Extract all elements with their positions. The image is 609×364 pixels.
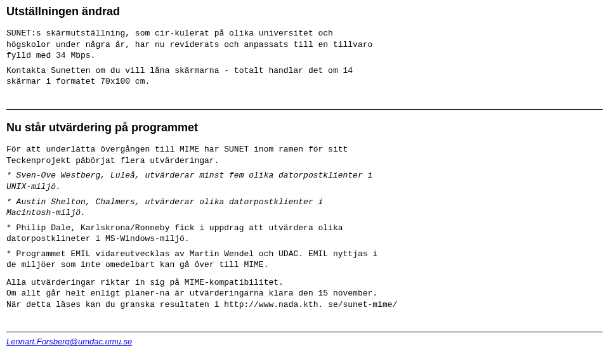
paragraph: För att underlätta övergången till MIME … [6, 144, 603, 166]
paragraph: Alla utvärderingar riktar in sig på MIME… [6, 277, 603, 311]
list-item: * Programmet EMIL vidareutvecklas av Mar… [6, 249, 603, 271]
section-evaluation: Nu står utvärdering på programmet För at… [6, 120, 603, 310]
list-item: * Sven-Ove Westberg, Luleå, utvärderar m… [6, 170, 603, 192]
page: Utställningen ändrad SUNET:s skärmutstäl… [0, 0, 609, 354]
footer-divider [6, 332, 603, 332]
list-item: * Philip Dale, Karlskrona/Ronneby fick i… [6, 223, 603, 245]
paragraph: Kontakta Sunetten om du vill låna skärma… [6, 65, 603, 88]
list-item: * Austin Shelton, Chalmers, utvärderar o… [6, 197, 603, 219]
heading-exhibition: Utställningen ändrad [6, 4, 603, 19]
section-exhibition: Utställningen ändrad SUNET:s skärmutstäl… [6, 4, 603, 88]
footer-email-link[interactable]: Lennart.Forsberg@umdac.umu.se [6, 337, 132, 346]
paragraph: SUNET:s skärmutställning, som cir-kulera… [6, 28, 603, 62]
footer: Lennart.Forsberg@umdac.umu.se [6, 336, 603, 348]
heading-evaluation: Nu står utvärdering på programmet [6, 120, 603, 135]
divider [6, 109, 603, 110]
